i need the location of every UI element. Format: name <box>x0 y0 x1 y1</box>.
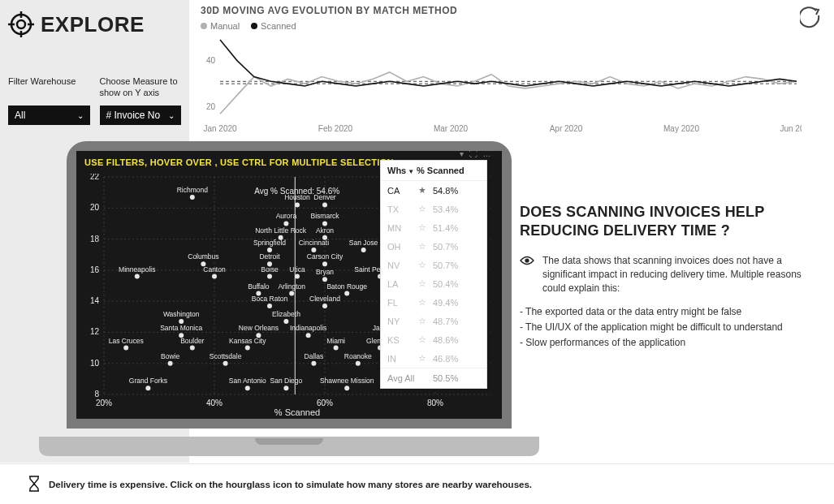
svg-text:Akron: Akron <box>316 226 334 235</box>
svg-text:Roanoke: Roanoke <box>344 352 372 360</box>
crosshair-icon <box>8 11 34 37</box>
whs-value: 48.6% <box>433 335 458 345</box>
filter-warehouse-dropdown[interactable]: All ⌄ <box>8 106 90 125</box>
svg-text:Carson City: Carson City <box>307 252 344 261</box>
svg-text:Jun 2020: Jun 2020 <box>780 124 802 133</box>
svg-text:Detroit: Detroit <box>259 252 280 261</box>
star-icon[interactable]: ☆ <box>417 260 428 270</box>
table-row[interactable]: OH☆50.7% <box>381 237 486 256</box>
table-row[interactable]: IN☆46.8% <box>381 349 486 368</box>
sort-desc-icon: ▼ <box>408 168 414 175</box>
svg-text:20: 20 <box>90 203 100 212</box>
filter-measure-dropdown[interactable]: # Invoice No ⌄ <box>100 106 182 125</box>
svg-text:8: 8 <box>94 390 99 398</box>
whs-value: 50.7% <box>433 242 458 252</box>
svg-text:San Jose: San Jose <box>349 239 378 247</box>
svg-text:% Scanned: % Scanned <box>274 407 320 417</box>
svg-text:Jan 2020: Jan 2020 <box>203 124 237 133</box>
table-col-scanned[interactable]: % Scanned <box>417 166 465 175</box>
table-row[interactable]: NY☆48.7% <box>381 312 486 330</box>
analysis-title: DOES SCANNING INVOICES HELP REDUCING DEL… <box>520 203 823 239</box>
whs-code: KS <box>387 335 417 345</box>
svg-text:San Diego: San Diego <box>270 377 303 385</box>
table-row[interactable]: MN☆51.4% <box>381 218 486 237</box>
svg-point-57 <box>267 248 272 252</box>
svg-point-85 <box>344 291 349 296</box>
back-button[interactable] <box>800 6 823 32</box>
svg-point-61 <box>361 248 366 252</box>
svg-text:Grand Forks: Grand Forks <box>129 377 167 385</box>
table-row[interactable]: CA★54.8% <box>381 181 486 200</box>
svg-text:Boca Raton: Boca Raton <box>252 295 288 303</box>
svg-point-134 <box>525 258 529 262</box>
svg-text:80%: 80% <box>427 398 443 407</box>
svg-point-115 <box>223 361 228 366</box>
analysis-lead: The data shows that scanning invoices do… <box>542 254 823 295</box>
svg-point-117 <box>311 361 316 366</box>
whs-value: 46.8% <box>433 354 458 364</box>
svg-text:22: 22 <box>90 174 100 181</box>
filter-warehouse-value: All <box>15 110 25 121</box>
svg-point-83 <box>289 291 294 296</box>
svg-point-131 <box>344 386 349 390</box>
star-icon[interactable]: ☆ <box>417 353 428 364</box>
whs-code: TX <box>387 205 417 214</box>
svg-point-59 <box>311 248 316 252</box>
svg-point-129 <box>283 386 288 390</box>
star-icon[interactable]: ☆ <box>417 241 428 252</box>
svg-text:Washington: Washington <box>163 310 200 318</box>
filter-measure-value: # Invoice No <box>106 110 161 121</box>
svg-point-103 <box>123 346 128 351</box>
top-line-chart: 30D MOVING AVG EVOLUTION BY MATCH METHOD… <box>189 0 793 138</box>
table-row[interactable]: TX☆53.4% <box>381 200 486 218</box>
svg-text:Aurora: Aurora <box>276 212 297 220</box>
star-icon[interactable]: ☆ <box>417 222 428 233</box>
whs-code: OH <box>387 242 417 252</box>
svg-point-99 <box>306 333 311 338</box>
svg-text:Scottsdale: Scottsdale <box>210 352 242 360</box>
svg-text:Dallas: Dallas <box>305 352 324 360</box>
footer: Delivery time is expensive. Click on the… <box>0 463 834 504</box>
table-row[interactable]: FL☆49.4% <box>381 293 486 312</box>
table-row[interactable]: KS☆48.6% <box>381 330 486 349</box>
line-chart-svg[interactable]: 2040Jan 2020Feb 2020Mar 2020Apr 2020May … <box>201 34 802 135</box>
svg-text:40: 40 <box>206 56 216 65</box>
svg-text:Richmond: Richmond <box>177 186 209 194</box>
chevron-down-icon: ⌄ <box>168 111 175 120</box>
eye-icon <box>520 254 534 295</box>
analysis-panel: DOES SCANNING INVOICES HELP REDUCING DEL… <box>520 203 823 350</box>
svg-text:Apr 2020: Apr 2020 <box>550 124 583 133</box>
table-row[interactable]: LA☆50.4% <box>381 274 486 293</box>
svg-point-67 <box>322 261 327 266</box>
svg-text:Shawnee Mission: Shawnee Mission <box>320 377 374 385</box>
svg-text:Feb 2020: Feb 2020 <box>318 124 353 133</box>
star-icon[interactable]: ☆ <box>417 278 428 289</box>
table-row[interactable]: NV☆50.7% <box>381 256 486 274</box>
star-icon[interactable]: ☆ <box>417 316 428 326</box>
table-header-icons[interactable]: ▾ ⛶ … <box>460 149 493 158</box>
svg-point-45 <box>295 202 300 207</box>
footer-text: Delivery time is expensive. Click on the… <box>49 480 532 489</box>
svg-point-69 <box>135 274 140 279</box>
analysis-bullet: - Slow performances of the application <box>520 335 823 351</box>
svg-point-47 <box>322 202 327 207</box>
whs-code: NY <box>387 317 417 326</box>
svg-text:Santa Monica: Santa Monica <box>160 324 202 332</box>
svg-point-75 <box>295 274 300 279</box>
star-icon[interactable]: ☆ <box>417 334 428 345</box>
star-icon[interactable]: ☆ <box>417 297 428 308</box>
svg-point-43 <box>190 195 195 200</box>
hourglass-icon[interactable] <box>28 476 41 493</box>
svg-text:Canton: Canton <box>203 265 226 274</box>
svg-text:Boise: Boise <box>261 265 279 274</box>
svg-text:Minneapolis: Minneapolis <box>119 265 155 274</box>
whs-code: NV <box>387 261 417 270</box>
svg-text:Miami: Miami <box>326 337 345 345</box>
svg-point-1 <box>17 20 25 28</box>
table-col-whs[interactable]: Whs <box>387 166 406 175</box>
star-icon[interactable]: ☆ <box>417 204 428 214</box>
star-icon[interactable]: ★ <box>417 185 428 196</box>
svg-text:Cleveland: Cleveland <box>309 295 340 303</box>
warehouse-table[interactable]: Whs▼ % Scanned CA★54.8%TX☆53.4%MN☆51.4%O… <box>380 160 487 389</box>
svg-point-127 <box>245 386 250 390</box>
